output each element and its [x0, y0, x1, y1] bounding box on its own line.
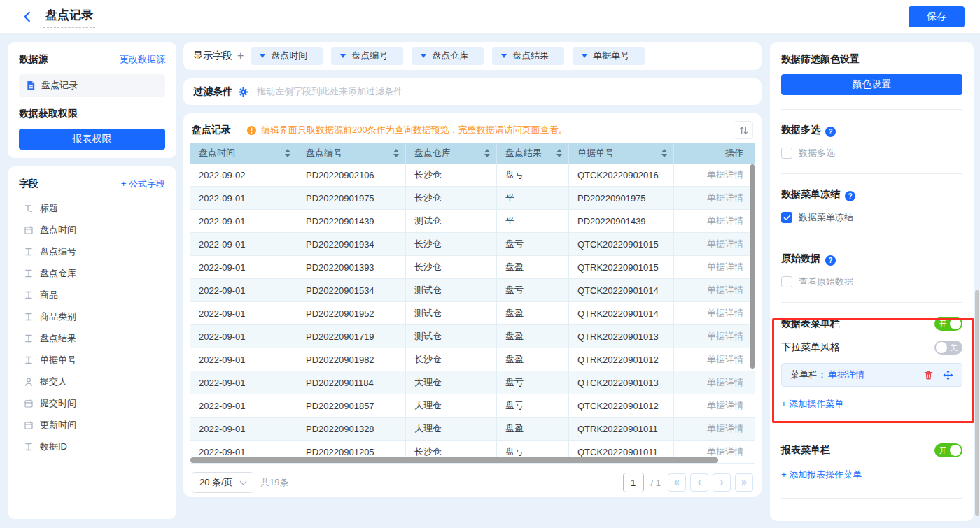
- sort-carets-icon[interactable]: [484, 149, 490, 157]
- field-item[interactable]: 盘点结果: [19, 327, 165, 349]
- row-action-link[interactable]: 单据详情: [674, 233, 755, 255]
- row-action-link[interactable]: 单据详情: [674, 418, 755, 440]
- menu-freeze-checkbox[interactable]: 数据菜单冻结: [781, 211, 962, 224]
- add-action-menu-link[interactable]: + 添加操作菜单: [781, 398, 844, 411]
- field-item[interactable]: 商品类别: [19, 306, 165, 327]
- row-action-link[interactable]: 单据详情: [674, 325, 755, 348]
- table-menu-toggle[interactable]: 开: [934, 317, 962, 331]
- filter-dropzone-placeholder[interactable]: 拖动左侧字段到此处来添加过滤条件: [257, 85, 402, 98]
- table-cell: PD20220901719: [298, 325, 406, 348]
- display-field-chip[interactable]: 盘点仓库: [412, 47, 484, 65]
- help-icon[interactable]: [845, 191, 855, 201]
- row-action-link[interactable]: 单据详情: [674, 371, 755, 394]
- row-action-link[interactable]: 单据详情: [674, 187, 755, 209]
- next-page-button[interactable]: ›: [713, 473, 731, 492]
- display-field-chip[interactable]: 盘点时间: [251, 47, 323, 65]
- prev-page-button[interactable]: ‹: [690, 473, 708, 492]
- display-field-chip[interactable]: 盘点编号: [331, 47, 403, 65]
- add-display-field-button[interactable]: +: [237, 50, 244, 62]
- table-menu-title: 数据表菜单栏: [781, 317, 840, 330]
- topbar: 盘点记录 保存: [0, 0, 980, 34]
- multi-select-checkbox[interactable]: 数据多选: [781, 147, 962, 159]
- page-input[interactable]: 1: [623, 473, 644, 492]
- trash-icon[interactable]: [923, 370, 934, 380]
- table-cell: 2022-09-01: [190, 279, 298, 301]
- page-scrollbar-thumb[interactable]: [975, 290, 979, 516]
- sort-carets-icon[interactable]: [285, 149, 290, 157]
- page-size-select[interactable]: 20 条/页: [192, 472, 253, 493]
- chip-label: 单据单号: [593, 50, 629, 62]
- field-item[interactable]: 提交时间: [19, 392, 165, 414]
- column-header[interactable]: 盘点仓库: [406, 143, 497, 164]
- row-action-link[interactable]: 单据详情: [674, 394, 755, 417]
- chevron-down-icon: [260, 54, 265, 58]
- table-cell: 测试仓: [406, 325, 497, 348]
- table-cell: 盘盈: [497, 418, 569, 440]
- field-item[interactable]: 提交人: [19, 371, 165, 392]
- menu-item[interactable]: 菜单栏： 单据详情: [781, 363, 962, 387]
- column-header[interactable]: 单据单号: [569, 143, 674, 164]
- datasource-item[interactable]: 盘点记录: [19, 74, 165, 97]
- color-settings-button[interactable]: 颜色设置: [781, 74, 962, 95]
- toggle-knob: [936, 342, 947, 353]
- column-header-label: 盘点编号: [306, 147, 342, 159]
- field-item[interactable]: 标题: [19, 197, 165, 219]
- column-header[interactable]: 盘点结果: [497, 143, 569, 164]
- field-item[interactable]: 盘点时间: [19, 219, 165, 241]
- field-item[interactable]: 数据ID: [19, 436, 165, 457]
- sort-carets-icon[interactable]: [556, 149, 562, 157]
- display-field-chip[interactable]: 盘点结果: [492, 47, 564, 65]
- text-field-icon: [24, 355, 34, 365]
- row-action-link[interactable]: 单据详情: [674, 348, 755, 371]
- row-action-link[interactable]: 单据详情: [674, 164, 755, 186]
- change-datasource-link[interactable]: 更改数据源: [120, 53, 165, 66]
- table-cell: PD20220901934: [298, 233, 406, 255]
- column-header[interactable]: 操作: [674, 143, 755, 164]
- field-item[interactable]: 盘点仓库: [19, 262, 165, 284]
- sort-carets-icon[interactable]: [662, 149, 667, 157]
- column-header[interactable]: 盘点时间: [190, 143, 298, 164]
- back-button[interactable]: [18, 8, 36, 26]
- table-cell: QTCK20220901014: [569, 279, 674, 301]
- add-formula-field-link[interactable]: + 公式字段: [121, 178, 165, 190]
- chevron-down-icon: [582, 54, 587, 58]
- field-item-label: 更新时间: [40, 419, 76, 431]
- display-field-chip[interactable]: 单据单号: [573, 47, 645, 65]
- field-item[interactable]: 更新时间: [19, 414, 165, 436]
- divider: [781, 173, 962, 174]
- table-sort-button[interactable]: [734, 121, 753, 139]
- field-item[interactable]: 盘点编号: [19, 241, 165, 262]
- table-horizontal-scrollbar[interactable]: [190, 457, 718, 463]
- dropdown-style-toggle[interactable]: 关: [934, 341, 962, 355]
- table-row: 2022-09-01PD20220901934长沙仓盘亏QTCK20220901…: [190, 233, 755, 256]
- table-vertical-scrollbar[interactable]: [750, 164, 755, 369]
- row-action-link[interactable]: 单据详情: [674, 210, 755, 232]
- column-header[interactable]: 盘点编号: [298, 143, 406, 164]
- text-field-icon: [24, 269, 34, 278]
- table-cell: 平: [497, 210, 569, 232]
- last-page-button[interactable]: »: [735, 473, 753, 492]
- field-item[interactable]: 商品: [19, 284, 165, 306]
- column-header-label: 单据单号: [578, 147, 614, 159]
- add-report-action-menu-link[interactable]: + 添加报表操作菜单: [781, 469, 862, 481]
- move-icon[interactable]: [943, 370, 953, 380]
- help-icon[interactable]: [825, 127, 836, 137]
- table-cell: 测试仓: [406, 302, 497, 324]
- field-item[interactable]: 单据单号: [19, 349, 165, 371]
- table-cell: QTCK20220902016: [569, 164, 674, 186]
- title-field-icon: [24, 204, 34, 213]
- sort-arrows-icon: [738, 125, 749, 136]
- gear-icon[interactable]: [238, 87, 248, 97]
- raw-data-checkbox[interactable]: 查看原始数据: [781, 276, 962, 288]
- help-icon[interactable]: [825, 255, 836, 266]
- row-action-link[interactable]: 单据详情: [674, 279, 755, 301]
- report-permission-button[interactable]: 报表权限: [19, 129, 165, 150]
- row-action-link[interactable]: 单据详情: [674, 302, 755, 324]
- first-page-button[interactable]: «: [668, 473, 686, 492]
- row-action-link[interactable]: 单据详情: [674, 256, 755, 278]
- save-button[interactable]: 保存: [909, 6, 965, 27]
- chevron-left-icon: [21, 10, 34, 23]
- sort-carets-icon[interactable]: [393, 149, 399, 157]
- pagination-nav: «‹›»: [668, 473, 753, 492]
- report-menu-toggle[interactable]: 开: [934, 443, 962, 457]
